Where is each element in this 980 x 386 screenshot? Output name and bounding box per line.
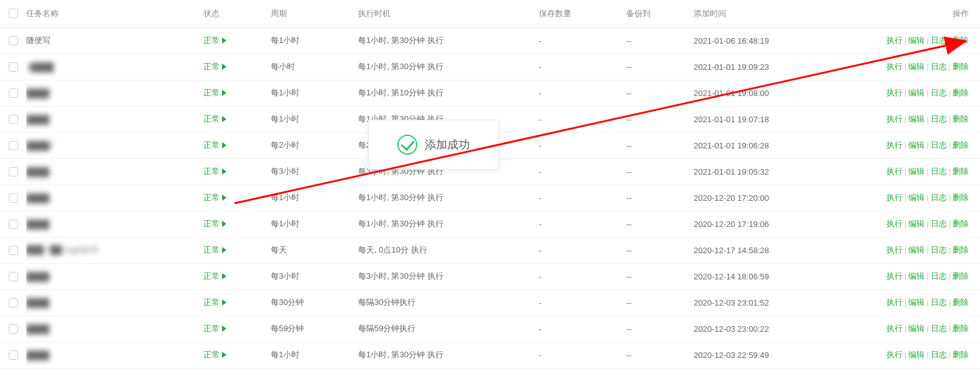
status-label: 正常 xyxy=(203,297,220,307)
op-log[interactable]: 日志 xyxy=(931,271,947,281)
op-log[interactable]: 日志 xyxy=(931,245,947,254)
status-normal[interactable]: 正常 xyxy=(203,193,226,202)
separator: | xyxy=(949,297,951,307)
op-log[interactable]: 日志 xyxy=(931,36,947,45)
op-log[interactable]: 日志 xyxy=(931,219,947,228)
op-run[interactable]: 执行 xyxy=(886,193,903,202)
task-name: ████ xyxy=(26,350,49,360)
op-log[interactable]: 日志 xyxy=(931,140,947,150)
op-log[interactable]: 日志 xyxy=(931,166,947,176)
op-edit[interactable]: 编辑 xyxy=(908,271,924,281)
row-checkbox[interactable] xyxy=(9,62,18,72)
separator: | xyxy=(949,88,951,97)
op-run[interactable]: 执行 xyxy=(886,350,903,359)
ops-cell: 执行|编辑|日志|删除 xyxy=(886,271,969,282)
op-run[interactable]: 执行 xyxy=(886,114,903,123)
row-checkbox[interactable] xyxy=(9,272,18,281)
row-checkbox[interactable] xyxy=(9,89,18,98)
op-edit[interactable]: 编辑 xyxy=(908,245,924,254)
backup-text: -- xyxy=(626,289,694,316)
row-checkbox[interactable] xyxy=(9,193,18,203)
op-run[interactable]: 执行 xyxy=(886,245,903,254)
op-run[interactable]: 执行 xyxy=(886,88,903,97)
op-delete[interactable]: 删除 xyxy=(953,140,969,150)
row-checkbox[interactable] xyxy=(9,246,18,255)
op-delete[interactable]: 删除 xyxy=(953,297,969,307)
row-checkbox[interactable] xyxy=(9,220,18,229)
status-normal[interactable]: 正常 xyxy=(203,166,226,176)
op-log[interactable]: 日志 xyxy=(931,62,947,71)
op-log[interactable]: 日志 xyxy=(931,297,947,307)
op-delete[interactable]: 删除 xyxy=(953,88,969,97)
status-normal[interactable]: 正常 xyxy=(203,297,226,307)
check-circle-icon xyxy=(397,135,417,155)
status-normal[interactable]: 正常 xyxy=(203,271,226,281)
op-log[interactable]: 日志 xyxy=(931,88,947,97)
status-label: 正常 xyxy=(203,271,220,281)
separator: | xyxy=(905,297,906,307)
op-edit[interactable]: 编辑 xyxy=(908,350,924,359)
table-row: ████正常每30分钟每隔30分钟执行---2020-12-03 23:01:5… xyxy=(0,289,980,316)
op-edit[interactable]: 编辑 xyxy=(908,324,924,333)
op-run[interactable]: 执行 xyxy=(886,36,903,45)
select-all-checkbox[interactable] xyxy=(9,9,18,18)
op-edit[interactable]: 编辑 xyxy=(908,88,924,97)
row-checkbox[interactable] xyxy=(9,350,18,360)
status-normal[interactable]: 正常 xyxy=(203,140,226,150)
op-run[interactable]: 执行 xyxy=(886,62,903,71)
status-normal[interactable]: 正常 xyxy=(203,88,226,97)
row-checkbox[interactable] xyxy=(9,141,18,150)
status-normal[interactable]: 正常 xyxy=(203,219,226,228)
op-edit[interactable]: 编辑 xyxy=(908,193,924,202)
row-checkbox[interactable] xyxy=(9,115,18,124)
status-normal[interactable]: 正常 xyxy=(203,245,226,254)
row-checkbox[interactable] xyxy=(9,324,18,334)
play-icon xyxy=(222,90,226,96)
row-checkbox[interactable] xyxy=(9,167,18,176)
op-log[interactable]: 日志 xyxy=(931,114,947,123)
op-edit[interactable]: 编辑 xyxy=(908,140,924,150)
status-normal[interactable]: 正常 xyxy=(203,62,226,71)
op-log[interactable]: 日志 xyxy=(931,350,947,359)
play-icon xyxy=(222,273,226,279)
row-checkbox[interactable] xyxy=(9,36,18,46)
op-run[interactable]: 执行 xyxy=(886,140,903,150)
op-delete[interactable]: 删除 xyxy=(953,245,969,254)
op-run[interactable]: 执行 xyxy=(886,271,903,281)
separator: | xyxy=(905,140,906,150)
save-text: - xyxy=(539,54,626,80)
op-delete[interactable]: 删除 xyxy=(953,114,969,123)
status-normal[interactable]: 正常 xyxy=(203,114,226,123)
op-edit[interactable]: 编辑 xyxy=(908,166,924,176)
separator: | xyxy=(949,114,951,123)
status-normal[interactable]: 正常 xyxy=(203,350,226,359)
op-delete[interactable]: 删除 xyxy=(953,271,969,281)
op-delete[interactable]: 删除 xyxy=(953,166,969,176)
table-row: ████正常每1小时每1小时, 第30分钟 执行---2020-12-20 17… xyxy=(0,211,980,237)
table-row: ████正常每59分钟每隔59分钟执行---2020-12-03 23:00:2… xyxy=(0,316,980,342)
op-run[interactable]: 执行 xyxy=(886,324,903,333)
op-edit[interactable]: 编辑 xyxy=(908,36,924,45)
cycle-text: 每30分钟 xyxy=(271,289,358,316)
status-normal[interactable]: 正常 xyxy=(203,36,226,45)
row-checkbox[interactable] xyxy=(9,298,18,307)
op-delete[interactable]: 删除 xyxy=(953,193,969,202)
op-edit[interactable]: 编辑 xyxy=(908,62,924,71)
op-delete[interactable]: 删除 xyxy=(953,350,969,359)
op-edit[interactable]: 编辑 xyxy=(908,297,924,307)
op-log[interactable]: 日志 xyxy=(931,324,947,333)
status-normal[interactable]: 正常 xyxy=(203,324,226,333)
op-delete[interactable]: 删除 xyxy=(953,36,969,45)
task-name: ████ xyxy=(26,298,49,307)
add-time-text: 2021-01-01 19:08:00 xyxy=(694,80,862,106)
op-run[interactable]: 执行 xyxy=(886,297,903,307)
op-run[interactable]: 执行 xyxy=(886,166,903,176)
op-edit[interactable]: 编辑 xyxy=(908,114,924,123)
op-run[interactable]: 执行 xyxy=(886,219,903,228)
op-log[interactable]: 日志 xyxy=(931,193,947,202)
op-delete[interactable]: 删除 xyxy=(953,219,969,228)
op-delete[interactable]: 删除 xyxy=(953,324,969,333)
op-edit[interactable]: 编辑 xyxy=(908,219,924,228)
status-label: 正常 xyxy=(203,114,220,123)
op-delete[interactable]: 删除 xyxy=(953,62,969,71)
